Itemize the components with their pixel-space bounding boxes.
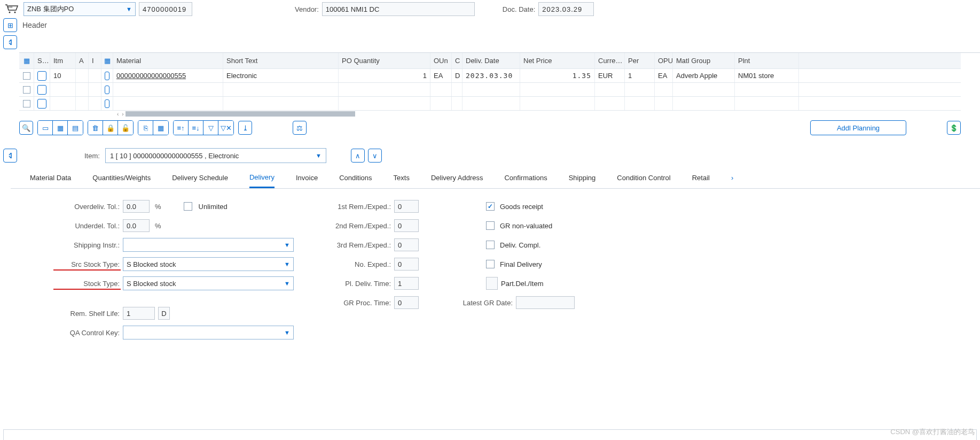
- cell-oun: EA: [430, 69, 452, 82]
- material-link[interactable]: 000000000000000555: [116, 72, 186, 80]
- part-del-label: Part.Del./Item: [501, 280, 543, 288]
- grid-icon[interactable]: ▦: [153, 121, 168, 135]
- expand-header-icon[interactable]: ⊞: [3, 18, 17, 32]
- prev-item-icon[interactable]: ∧: [351, 149, 365, 163]
- chevron-down-icon: ▼: [126, 6, 132, 12]
- next-item-icon[interactable]: ∨: [368, 149, 382, 163]
- rem-shelf-input[interactable]: 1: [123, 307, 155, 320]
- layout-3-icon[interactable]: ▤: [68, 121, 83, 135]
- tab-invoice[interactable]: Invoice: [296, 168, 318, 187]
- gr-nonval-label: GR non-valuated: [500, 222, 552, 230]
- rem1-input[interactable]: 0: [394, 200, 419, 213]
- pricing-icon[interactable]: 💲: [947, 121, 961, 135]
- scroll-left-icon[interactable]: ‹: [115, 111, 120, 117]
- filter-icon[interactable]: ▽: [203, 121, 218, 135]
- tab-delivery-schedule[interactable]: Delivery Schedule: [172, 168, 228, 187]
- tab-confirmations[interactable]: Confirmations: [504, 168, 547, 187]
- copy-icon[interactable]: ⎘: [138, 121, 153, 135]
- cell-plnt: NM01 store: [735, 69, 799, 82]
- deliv-compl-checkbox[interactable]: [486, 241, 495, 249]
- rem-shelf-unit[interactable]: D: [158, 307, 170, 320]
- status-box[interactable]: [37, 99, 46, 109]
- addl-planning-button[interactable]: Addl Planning: [810, 120, 906, 135]
- tab-delivery[interactable]: Delivery: [249, 168, 275, 188]
- part-del-input[interactable]: [486, 277, 498, 290]
- tab-material-data[interactable]: Material Data: [30, 168, 71, 187]
- cart-icon: [3, 3, 20, 16]
- tabs-more-icon[interactable]: ›: [731, 174, 733, 182]
- cell-per: 1: [625, 69, 655, 82]
- qa-control-label: QA Control Key:: [32, 329, 120, 337]
- material-selector-icon[interactable]: [105, 99, 109, 108]
- final-delivery-checkbox[interactable]: [486, 260, 495, 268]
- balance-icon[interactable]: ⚖: [293, 121, 307, 135]
- cell-opu: EA: [655, 69, 673, 82]
- no-exped-input[interactable]: 0: [394, 258, 419, 271]
- rem2-input[interactable]: 0: [394, 219, 419, 232]
- unlimited-checkbox[interactable]: [184, 202, 192, 211]
- row-select-checkbox[interactable]: [23, 86, 30, 94]
- goods-receipt-checkbox[interactable]: [486, 202, 495, 211]
- table-row[interactable]: [19, 97, 961, 111]
- table-row[interactable]: 10 000000000000000555 Electronic 1 EA D …: [19, 69, 961, 83]
- sort-asc-icon[interactable]: ≡↑: [174, 121, 189, 135]
- chevron-down-icon: ▼: [284, 329, 290, 336]
- rem3-label: 3rd Rem./Exped.:: [326, 241, 391, 249]
- document-type-select[interactable]: ZNB 集团内PO ▼: [23, 2, 136, 16]
- gr-nonval-checkbox[interactable]: [486, 221, 495, 230]
- material-selector-icon[interactable]: [105, 72, 109, 80]
- delete-icon[interactable]: 🗑: [88, 121, 103, 135]
- table-settings-icon[interactable]: ▦: [23, 57, 30, 65]
- scroll-right-icon[interactable]: ›: [120, 111, 125, 117]
- vendor-input[interactable]: 100061 NMI1 DC: [322, 2, 475, 16]
- collapse-icon[interactable]: [3, 35, 17, 49]
- status-box[interactable]: [37, 71, 46, 81]
- pl-deliv-input[interactable]: 1: [394, 277, 419, 290]
- item-select[interactable]: 1 [ 10 ] 000000000000000555 , Electronic…: [105, 148, 326, 163]
- cell-netp: 1.35: [520, 69, 595, 82]
- doc-date-input[interactable]: 2023.03.29: [538, 2, 594, 16]
- shipping-instr-select[interactable]: ▼: [123, 238, 294, 252]
- col-net-price: Net Price: [520, 53, 595, 68]
- tab-condition-control[interactable]: Condition Control: [617, 168, 670, 187]
- chevron-down-icon: ▼: [284, 261, 290, 267]
- underdel-label: Underdel. Tol.:: [32, 222, 120, 230]
- search-icon[interactable]: 🔍: [19, 121, 33, 135]
- stock-type-select[interactable]: S Blocked stock▼: [123, 276, 294, 290]
- tab-quantities-weights[interactable]: Quantities/Weights: [92, 168, 151, 187]
- src-stock-type-select[interactable]: S Blocked stock▼: [123, 257, 294, 271]
- overdeliv-input[interactable]: 0.0: [123, 200, 150, 213]
- layout-2-icon[interactable]: ▦: [53, 121, 68, 135]
- export-icon[interactable]: ⤓: [238, 121, 252, 135]
- material-selector-icon[interactable]: [105, 86, 109, 94]
- doc-date-label: Doc. Date:: [503, 5, 535, 13]
- underdel-input[interactable]: 0.0: [123, 219, 150, 232]
- column-menu-icon[interactable]: ▦: [104, 57, 111, 65]
- row-select-checkbox[interactable]: [23, 100, 30, 107]
- layout-1-icon[interactable]: ▭: [38, 121, 53, 135]
- unlock-icon[interactable]: 🔓: [118, 121, 133, 135]
- final-delivery-label: Final Delivery: [500, 260, 542, 268]
- percent-label: %: [153, 222, 161, 230]
- filter-clear-icon[interactable]: ▽✕: [218, 121, 233, 135]
- horizontal-scrollbar[interactable]: ‹ ›: [115, 111, 961, 117]
- tab-delivery-address[interactable]: Delivery Address: [431, 168, 483, 187]
- qa-control-select[interactable]: ▼: [123, 326, 294, 339]
- gr-proc-input[interactable]: 0: [394, 296, 419, 309]
- lock-icon[interactable]: 🔒: [103, 121, 118, 135]
- collapse-item-icon[interactable]: [3, 149, 17, 163]
- tab-shipping[interactable]: Shipping: [569, 168, 596, 187]
- tab-conditions[interactable]: Conditions: [339, 168, 372, 187]
- rem3-input[interactable]: 0: [394, 238, 419, 251]
- po-number-input[interactable]: 4700000019: [139, 2, 192, 16]
- status-box[interactable]: [37, 85, 46, 95]
- cell-matg: Adverb Apple: [673, 69, 735, 82]
- tab-retail[interactable]: Retail: [692, 168, 710, 187]
- item-tabs: Material Data Quantities/Weights Deliver…: [11, 167, 980, 189]
- scrollbar-thumb[interactable]: [126, 111, 355, 117]
- row-select-checkbox[interactable]: [23, 72, 30, 80]
- latest-gr-input[interactable]: [516, 296, 575, 309]
- tab-texts[interactable]: Texts: [394, 168, 410, 187]
- sort-desc-icon[interactable]: ≡↓: [189, 121, 203, 135]
- table-row[interactable]: [19, 83, 961, 97]
